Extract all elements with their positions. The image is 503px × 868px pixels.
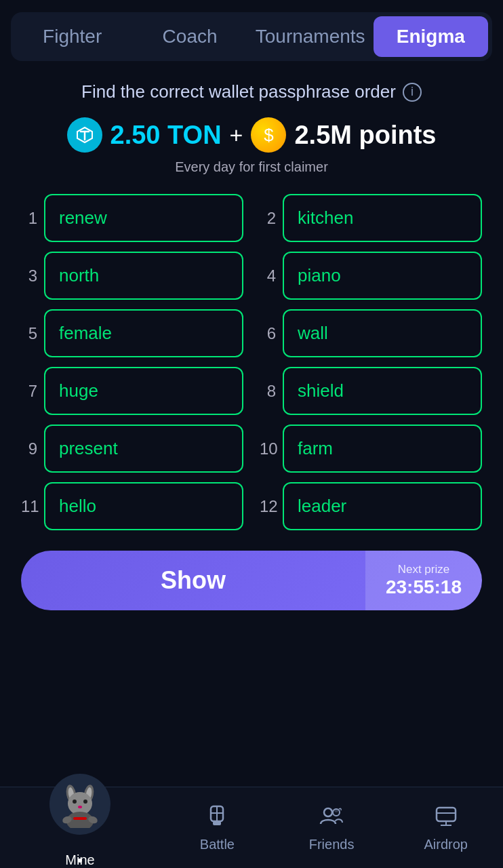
- word-num-4: 4: [260, 267, 276, 285]
- word-num-12: 12: [260, 497, 276, 516]
- svg-point-21: [334, 808, 338, 812]
- ton-amount: 2.50 TON: [110, 121, 222, 150]
- svg-point-9: [83, 800, 87, 804]
- nav-mine[interactable]: Mine: [0, 787, 160, 868]
- tab-enigma[interactable]: Enigma: [374, 16, 488, 57]
- word-num-7: 7: [21, 382, 37, 401]
- tab-fighter[interactable]: Fighter: [15, 16, 129, 57]
- battle-icon: [205, 804, 229, 833]
- timer-section: Next prize 23:55:18: [365, 551, 482, 610]
- bottom-nav: Mine Battle Friends: [0, 787, 503, 868]
- prize-subtitle: Every day for first claimer: [175, 159, 328, 175]
- word-cell-4: 4 piano: [260, 252, 482, 300]
- word-cell-2: 2 kitchen: [260, 194, 482, 242]
- info-icon[interactable]: i: [403, 83, 422, 102]
- main-content: Find the correct wallet passphrase order…: [0, 68, 503, 787]
- nav-friends-label: Friends: [309, 837, 355, 852]
- instruction-text: Find the correct wallet passphrase order: [81, 81, 396, 102]
- nav-battle[interactable]: Battle: [160, 787, 275, 868]
- points-amount: 2.5M points: [294, 121, 436, 150]
- word-box-2[interactable]: kitchen: [283, 194, 482, 242]
- word-num-8: 8: [260, 382, 276, 401]
- word-grid: 1 renew 2 kitchen 3 north 4 piano 5 fema…: [21, 194, 482, 530]
- word-box-1[interactable]: renew: [44, 194, 243, 242]
- svg-point-8: [73, 800, 77, 804]
- word-cell-8: 8 shield: [260, 367, 482, 415]
- word-cell-10: 10 farm: [260, 425, 482, 473]
- tab-tournaments[interactable]: Tournaments: [250, 16, 371, 57]
- word-cell-5: 5 female: [21, 309, 243, 357]
- tab-coach[interactable]: Coach: [132, 16, 247, 57]
- svg-rect-14: [73, 817, 87, 820]
- word-box-6[interactable]: wall: [283, 309, 482, 357]
- word-num-1: 1: [21, 209, 37, 228]
- word-cell-3: 3 north: [21, 252, 243, 300]
- show-label: Show: [21, 551, 365, 610]
- word-cell-9: 9 present: [21, 425, 243, 473]
- coin-icon: $: [251, 117, 286, 153]
- timer-value: 23:55:18: [386, 576, 462, 598]
- word-box-9[interactable]: present: [44, 425, 243, 473]
- show-button[interactable]: Show Next prize 23:55:18: [21, 551, 482, 610]
- svg-rect-18: [213, 821, 221, 825]
- instruction-row: Find the correct wallet passphrase order…: [81, 81, 422, 102]
- word-cell-1: 1 renew: [21, 194, 243, 242]
- prize-row: 2.50 TON + $ 2.5M points: [67, 117, 437, 153]
- word-num-2: 2: [260, 209, 276, 228]
- svg-point-10: [78, 806, 82, 808]
- word-box-10[interactable]: farm: [283, 425, 482, 473]
- word-cell-12: 12 leader: [260, 482, 482, 530]
- nav-airdrop-label: Airdrop: [424, 837, 467, 852]
- nav-battle-label: Battle: [200, 837, 235, 852]
- word-num-3: 3: [21, 267, 37, 285]
- next-prize-label: Next prize: [398, 563, 450, 576]
- friends-icon: [319, 804, 344, 833]
- word-box-4[interactable]: piano: [283, 252, 482, 300]
- word-num-11: 11: [21, 497, 37, 516]
- word-box-11[interactable]: hello: [44, 482, 243, 530]
- airdrop-icon: [434, 804, 458, 833]
- word-cell-11: 11 hello: [21, 482, 243, 530]
- bunny-mascot: [49, 774, 110, 835]
- word-box-12[interactable]: leader: [283, 482, 482, 530]
- word-num-5: 5: [21, 324, 37, 343]
- svg-point-7: [68, 792, 92, 815]
- word-box-5[interactable]: female: [44, 309, 243, 357]
- word-box-7[interactable]: huge: [44, 367, 243, 415]
- plus-sign: +: [230, 122, 243, 149]
- word-cell-7: 7 huge: [21, 367, 243, 415]
- word-box-8[interactable]: shield: [283, 367, 482, 415]
- svg-point-19: [324, 808, 332, 816]
- word-num-10: 10: [260, 439, 276, 458]
- nav-airdrop[interactable]: Airdrop: [388, 787, 503, 868]
- ton-icon: [67, 117, 102, 153]
- svg-rect-22: [437, 808, 456, 821]
- word-box-3[interactable]: north: [44, 252, 243, 300]
- word-cell-6: 6 wall: [260, 309, 482, 357]
- word-num-6: 6: [260, 324, 276, 343]
- nav-friends[interactable]: Friends: [275, 787, 389, 868]
- mine-active-dot: [78, 859, 82, 863]
- word-num-9: 9: [21, 439, 37, 458]
- tab-bar: Fighter Coach Tournaments Enigma: [11, 12, 492, 61]
